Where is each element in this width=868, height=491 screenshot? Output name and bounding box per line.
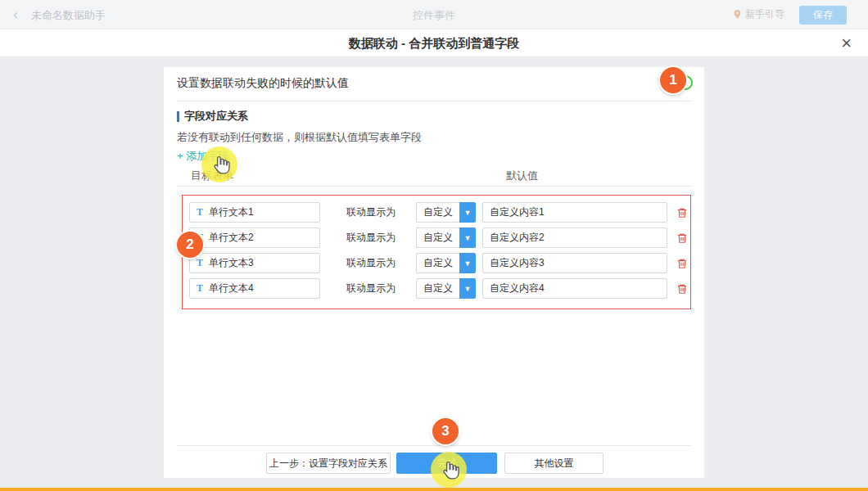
settings-panel: 设置数据联动失败的时候的默认值 开 字段对应关系 若没有联动到任何数据，则根据默… (164, 67, 704, 478)
target-field-input[interactable]: T 单行文本2 (189, 227, 320, 248)
other-settings-button[interactable]: 其他设置 (504, 453, 604, 474)
chevron-down-icon[interactable]: ▼ (459, 278, 476, 299)
page-bottom-accent-bar (0, 488, 868, 491)
hand-cursor-icon (441, 459, 461, 481)
delete-row-button[interactable] (675, 227, 689, 248)
section-accent-bar (177, 111, 179, 122)
link-display-label: 联动显示为 (346, 278, 396, 299)
default-value-input[interactable] (482, 253, 667, 273)
step-badge-2: 2 (177, 232, 203, 258)
delete-row-button[interactable] (675, 253, 689, 273)
section-title-text: 字段对应关系 (184, 109, 248, 124)
close-icon[interactable]: × (841, 33, 852, 54)
display-mode-value: 自定义 (416, 278, 459, 299)
trash-icon (676, 283, 688, 295)
text-field-icon: T (197, 282, 203, 295)
target-field-input[interactable]: T 单行文本3 (189, 253, 320, 273)
divider (177, 445, 691, 446)
divider (177, 186, 691, 187)
link-display-label: 联动显示为 (346, 227, 396, 248)
default-value-input[interactable] (482, 278, 667, 299)
display-mode-select[interactable]: 自定义 ▼ (416, 253, 476, 273)
field-mapping-row: T 单行文本2 联动显示为 自定义 ▼ (183, 227, 690, 248)
modal-title: 数据联动 - 合并联动到普通字段 (0, 36, 868, 52)
field-mapping-box: T 单行文本1 联动显示为 自定义 ▼ T 单行文本2 联动显示为 (182, 195, 691, 309)
field-mapping-row: T 单行文本3 联动显示为 自定义 ▼ (183, 253, 690, 273)
display-mode-select[interactable]: 自定义 ▼ (416, 278, 476, 299)
target-field-name: 单行文本1 (209, 205, 254, 219)
plus-icon: + (177, 150, 183, 162)
text-field-icon: T (197, 257, 203, 269)
modal-header: 数据联动 - 合并联动到普通字段 × (0, 29, 868, 57)
chevron-down-icon[interactable]: ▼ (459, 202, 476, 223)
target-field-name: 单行文本4 (209, 282, 254, 295)
delete-row-button[interactable] (675, 278, 689, 299)
section-title: 字段对应关系 (177, 109, 248, 124)
target-field-input[interactable]: T 单行文本4 (189, 278, 320, 299)
display-mode-value: 自定义 (416, 202, 459, 223)
trash-icon (676, 258, 688, 269)
chevron-down-icon[interactable]: ▼ (459, 253, 476, 273)
beginner-guide-link[interactable]: 新手引导 (732, 7, 784, 21)
target-field-name: 单行文本2 (209, 231, 254, 245)
link-display-label: 联动显示为 (346, 202, 396, 223)
default-value-input[interactable] (482, 227, 667, 248)
screen: ‹ 未命名数据助手 控件事件 新手引导 保存 数据联动 - 合并联动到普通字段 … (0, 0, 868, 491)
section-description: 若没有联动到任何数据，则根据默认值填写表单字段 (177, 130, 422, 145)
step-badge-1: 1 (660, 67, 686, 93)
delete-row-button[interactable] (675, 202, 689, 223)
save-button[interactable]: 保存 (799, 6, 847, 25)
divider (177, 101, 691, 101)
trash-icon (676, 232, 688, 244)
display-mode-select[interactable]: 自定义 ▼ (416, 227, 476, 248)
target-field-name: 单行文本3 (209, 256, 254, 270)
column-header-default-value: 默认值 (506, 169, 538, 183)
default-value-input[interactable] (482, 202, 667, 223)
step-badge-3: 3 (432, 418, 459, 444)
field-mapping-row: T 单行文本4 联动显示为 自定义 ▼ (183, 278, 690, 299)
topbar: ‹ 未命名数据助手 控件事件 新手引导 保存 (0, 0, 868, 29)
display-mode-value: 自定义 (416, 227, 459, 248)
link-display-label: 联动显示为 (346, 253, 396, 273)
hand-cursor-icon (211, 154, 232, 176)
previous-step-button[interactable]: 上一步：设置字段对应关系 (266, 453, 391, 474)
display-mode-select[interactable]: 自定义 ▼ (416, 202, 476, 223)
guide-label: 新手引导 (745, 7, 784, 21)
text-field-icon: T (197, 206, 203, 218)
target-field-input[interactable]: T 单行文本1 (189, 202, 320, 223)
fail-default-label: 设置数据联动失败的时候的默认值 (177, 76, 349, 91)
trash-icon (676, 207, 688, 218)
location-pin-icon (732, 9, 743, 20)
chevron-down-icon[interactable]: ▼ (459, 227, 476, 248)
field-mapping-row: T 单行文本1 联动显示为 自定义 ▼ (183, 202, 690, 223)
display-mode-value: 自定义 (416, 253, 459, 273)
